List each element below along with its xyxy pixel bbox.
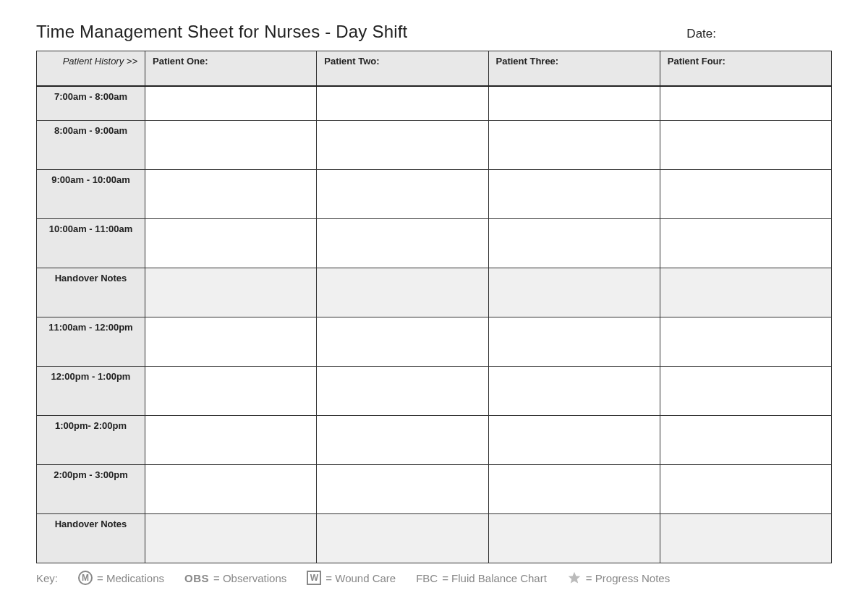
table-row: 11:00am - 12:00pm bbox=[37, 317, 832, 367]
cell[interactable] bbox=[488, 416, 660, 465]
table-row: 9:00am - 10:00am bbox=[37, 170, 832, 219]
key-wound-care: W = Wound Care bbox=[307, 571, 396, 585]
cell[interactable] bbox=[488, 86, 660, 121]
cell[interactable] bbox=[145, 170, 317, 219]
cell[interactable] bbox=[145, 86, 317, 121]
table-row: 8:00am - 9:00am bbox=[37, 121, 832, 170]
patient-header-3: Patient Three: bbox=[488, 51, 660, 86]
cell[interactable] bbox=[317, 268, 488, 317]
cell[interactable] bbox=[145, 219, 317, 268]
svg-marker-0 bbox=[569, 572, 581, 584]
cell[interactable] bbox=[145, 416, 317, 465]
cell[interactable] bbox=[317, 86, 488, 121]
medications-icon: M bbox=[78, 571, 93, 585]
key-fbc: FBC = Fluid Balance Chart bbox=[416, 572, 547, 584]
table-row: 10:00am - 11:00am bbox=[37, 219, 832, 268]
cell[interactable] bbox=[145, 268, 317, 317]
cell[interactable] bbox=[317, 514, 488, 563]
time-slot-label: 1:00pm- 2:00pm bbox=[37, 416, 145, 465]
key-progress-notes-text: = Progress Notes bbox=[586, 572, 670, 584]
cell[interactable] bbox=[660, 121, 831, 170]
cell[interactable] bbox=[488, 268, 660, 317]
cell[interactable] bbox=[145, 367, 317, 416]
cell[interactable] bbox=[660, 219, 831, 268]
cell[interactable] bbox=[660, 86, 831, 121]
cell[interactable] bbox=[488, 514, 660, 563]
time-slot-label: 8:00am - 9:00am bbox=[37, 121, 145, 170]
cell[interactable] bbox=[660, 514, 831, 563]
time-slot-label: Handover Notes bbox=[37, 268, 145, 317]
cell[interactable] bbox=[660, 268, 831, 317]
cell[interactable] bbox=[660, 170, 831, 219]
cell[interactable] bbox=[488, 317, 660, 367]
cell[interactable] bbox=[317, 219, 488, 268]
key-medications: M = Medications bbox=[78, 571, 164, 585]
time-slot-label: 12:00pm - 1:00pm bbox=[37, 367, 145, 416]
cell[interactable] bbox=[317, 170, 488, 219]
key-wound-care-text: = Wound Care bbox=[326, 572, 396, 584]
time-slot-label: 2:00pm - 3:00pm bbox=[37, 465, 145, 514]
table-row: Handover Notes bbox=[37, 514, 832, 563]
key-label: Key: bbox=[36, 572, 58, 584]
cell[interactable] bbox=[660, 416, 831, 465]
cell[interactable] bbox=[145, 465, 317, 514]
page: Time Management Sheet for Nurses - Day S… bbox=[0, 0, 868, 600]
patient-header-4: Patient Four: bbox=[660, 51, 831, 86]
fbc-icon: FBC bbox=[416, 572, 438, 584]
table-row: Handover Notes bbox=[37, 268, 832, 317]
patient-header-2: Patient Two: bbox=[317, 51, 488, 86]
cell[interactable] bbox=[145, 317, 317, 367]
cell[interactable] bbox=[488, 465, 660, 514]
table-header-row: Patient History >> Patient One: Patient … bbox=[37, 51, 832, 86]
progress-notes-icon bbox=[567, 571, 582, 585]
cell[interactable] bbox=[488, 219, 660, 268]
table-row: 12:00pm - 1:00pm bbox=[37, 367, 832, 416]
cell[interactable] bbox=[145, 121, 317, 170]
cell[interactable] bbox=[317, 416, 488, 465]
cell[interactable] bbox=[317, 121, 488, 170]
time-slot-label: Handover Notes bbox=[37, 514, 145, 563]
cell[interactable] bbox=[488, 170, 660, 219]
time-sheet-table: Patient History >> Patient One: Patient … bbox=[36, 51, 832, 563]
key-fbc-text: = Fluid Balance Chart bbox=[442, 572, 547, 584]
key-observations: OBS = Observations bbox=[184, 572, 286, 584]
key-legend: Key: M = Medications OBS = Observations … bbox=[36, 571, 832, 585]
observations-icon: OBS bbox=[184, 572, 209, 584]
time-slot-label: 9:00am - 10:00am bbox=[37, 170, 145, 219]
cell[interactable] bbox=[145, 514, 317, 563]
cell[interactable] bbox=[660, 367, 831, 416]
cell[interactable] bbox=[660, 317, 831, 367]
wound-care-icon: W bbox=[307, 571, 321, 585]
table-row: 7:00am - 8:00am bbox=[37, 86, 832, 121]
cell[interactable] bbox=[488, 121, 660, 170]
time-slot-label: 10:00am - 11:00am bbox=[37, 219, 145, 268]
page-title: Time Management Sheet for Nurses - Day S… bbox=[36, 22, 407, 42]
header: Time Management Sheet for Nurses - Day S… bbox=[36, 22, 832, 42]
cell[interactable] bbox=[317, 317, 488, 367]
cell[interactable] bbox=[660, 465, 831, 514]
table-row: 2:00pm - 3:00pm bbox=[37, 465, 832, 514]
time-slot-label: 7:00am - 8:00am bbox=[37, 86, 145, 121]
table-row: 1:00pm- 2:00pm bbox=[37, 416, 832, 465]
cell[interactable] bbox=[317, 465, 488, 514]
date-label: Date: bbox=[686, 27, 832, 41]
cell[interactable] bbox=[317, 367, 488, 416]
key-progress-notes: = Progress Notes bbox=[567, 571, 670, 585]
patient-history-label: Patient History >> bbox=[37, 51, 145, 86]
key-observations-text: = Observations bbox=[213, 572, 286, 584]
patient-header-1: Patient One: bbox=[145, 51, 317, 86]
time-slot-label: 11:00am - 12:00pm bbox=[37, 317, 145, 367]
key-medications-text: = Medications bbox=[97, 572, 164, 584]
cell[interactable] bbox=[488, 367, 660, 416]
